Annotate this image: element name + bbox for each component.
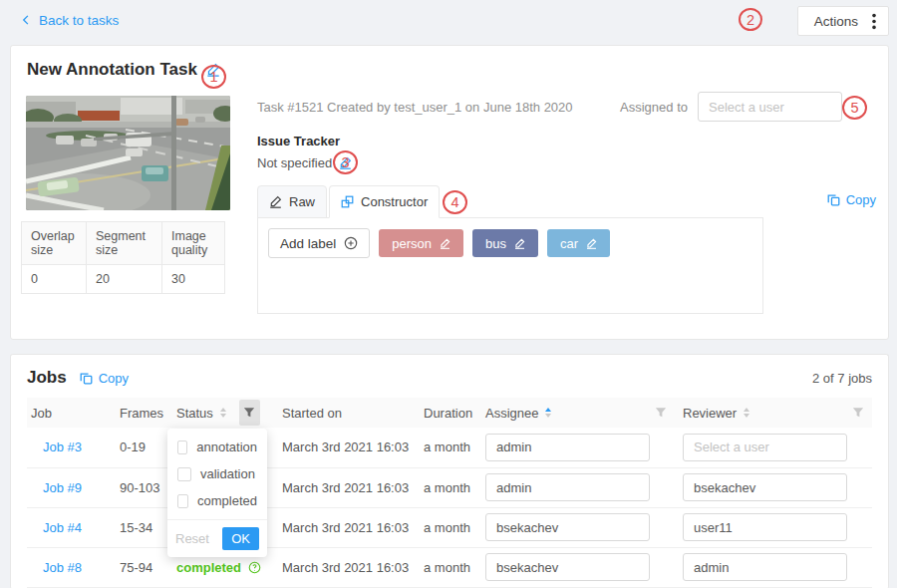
jobs-table: Job Frames Status Started on Duration	[27, 398, 872, 588]
assigned-to-label: Assigned to	[620, 100, 688, 115]
col-status[interactable]: Status	[176, 406, 213, 421]
job-row-3: Job #3 0-19 March 3rd 2021 16:03 a month	[27, 428, 872, 467]
back-to-tasks-label: Back to tasks	[39, 13, 119, 28]
label-car-name: car	[560, 236, 578, 251]
callout-5: 5	[842, 96, 867, 120]
job-row-8: Job #8 75-94 completed March 3rd 2021 16…	[27, 547, 872, 587]
tab-raw-label: Raw	[289, 194, 315, 209]
label-chip-car[interactable]: car	[547, 229, 610, 257]
tab-constructor[interactable]: Constructor	[329, 185, 440, 218]
reviewer-input[interactable]	[683, 473, 847, 501]
assignee-filter-button[interactable]	[655, 407, 667, 419]
reviewer-input[interactable]	[683, 434, 847, 461]
kebab-menu-icon	[872, 13, 876, 30]
add-label-text: Add label	[280, 236, 336, 251]
job-duration: a month	[424, 520, 470, 535]
status-filter-button[interactable]	[239, 400, 260, 426]
actions-button[interactable]: Actions	[797, 6, 889, 36]
checkbox-validation[interactable]	[177, 467, 191, 481]
label-constructor-area: Add label person bus	[257, 218, 763, 314]
task-title: New Annotation Task	[27, 60, 197, 80]
job-link[interactable]: Job #9	[43, 480, 82, 495]
edit-label-person-icon[interactable]	[440, 238, 450, 249]
jobs-card: Jobs Copy 2 of 7 jobs Job Frames Status	[10, 354, 889, 588]
copy-icon	[827, 193, 840, 206]
col-assignee[interactable]: Assignee	[485, 406, 538, 421]
label-bus-name: bus	[485, 236, 506, 251]
param-value-quality: 30	[162, 265, 225, 294]
assignee-input[interactable]	[485, 513, 650, 541]
job-frames: 15-34	[120, 520, 152, 535]
copy-labels-label: Copy	[846, 192, 876, 207]
blocks-icon	[341, 195, 354, 208]
job-duration: a month	[424, 440, 470, 454]
reviewer-sort-icon[interactable]	[744, 408, 749, 418]
job-duration: a month	[424, 560, 470, 575]
filter-option-validation-label: validation	[200, 466, 255, 481]
filter-option-validation[interactable]: validation	[167, 460, 267, 487]
reviewer-input[interactable]	[683, 553, 847, 581]
filter-ok-button[interactable]: OK	[222, 527, 259, 550]
job-started: March 3rd 2021 16:03	[282, 440, 409, 454]
jobs-title: Jobs	[27, 368, 67, 388]
edit-label-car-icon[interactable]	[586, 238, 597, 249]
labels-tab-strip: Raw Constructor	[257, 185, 763, 218]
copy-jobs-link[interactable]: Copy	[80, 371, 129, 386]
assignee-input[interactable]	[485, 553, 650, 581]
job-started: March 3rd 2021 16:03	[282, 520, 409, 535]
issue-tracker-label: Issue Tracker	[257, 134, 876, 148]
checkbox-annotation[interactable]	[177, 441, 187, 454]
col-frames: Frames	[120, 406, 163, 421]
label-person-name: person	[392, 236, 432, 251]
job-link[interactable]: Job #3	[43, 440, 82, 454]
status-filter-dropdown: annotation validation completed Reset OK	[167, 429, 267, 557]
reviewer-filter-button[interactable]	[852, 407, 864, 419]
filter-option-completed[interactable]: completed	[167, 487, 267, 514]
col-reviewer[interactable]: Reviewer	[683, 406, 737, 421]
issue-tracker-value: Not specified	[257, 155, 332, 170]
street-scene-thumbnail	[26, 96, 230, 210]
job-link[interactable]: Job #8	[43, 560, 82, 575]
checkbox-completed[interactable]	[177, 494, 188, 508]
filter-option-annotation-label: annotation	[196, 440, 257, 454]
assignee-input[interactable]	[485, 434, 650, 461]
filter-reset-button[interactable]: Reset	[175, 531, 209, 546]
assigned-to-input[interactable]	[698, 92, 842, 122]
filter-option-annotation[interactable]: annotation	[167, 434, 267, 460]
job-link[interactable]: Job #4	[43, 520, 82, 535]
label-chip-person[interactable]: person	[379, 229, 463, 257]
param-value-segment: 20	[87, 265, 162, 294]
label-chip-bus[interactable]: bus	[472, 229, 538, 257]
param-header-quality: Image quality	[162, 222, 225, 265]
col-duration: Duration	[424, 406, 472, 421]
actions-label: Actions	[814, 14, 858, 29]
assignee-sort-icon[interactable]	[545, 408, 551, 418]
reviewer-input[interactable]	[683, 513, 847, 541]
job-frames: 90-103	[120, 480, 159, 495]
task-preview-image	[26, 96, 230, 210]
question-circle-icon[interactable]	[248, 561, 261, 574]
job-frames: 0-19	[120, 440, 146, 454]
back-to-tasks-link[interactable]: Back to tasks	[20, 13, 119, 28]
tab-raw[interactable]: Raw	[257, 185, 327, 218]
callout-3: 3	[333, 150, 358, 174]
funnel-icon	[243, 407, 255, 419]
status-sort-icon[interactable]	[220, 408, 226, 418]
job-started: March 3rd 2021 16:03	[282, 480, 409, 495]
add-label-button[interactable]: Add label	[268, 228, 370, 258]
callout-4: 4	[443, 190, 467, 214]
edit-label-bus-icon[interactable]	[514, 238, 525, 249]
copy-labels-link[interactable]: Copy	[827, 192, 876, 207]
chevron-left-icon	[20, 14, 32, 26]
callout-1: 1	[201, 65, 226, 89]
job-status: completed	[176, 560, 241, 575]
copy-icon	[80, 372, 93, 385]
pencil-icon	[269, 195, 282, 208]
job-row-4: Job #4 15-34 March 3rd 2021 16:03 a mont…	[27, 507, 872, 547]
task-meta-text: Task #1521 Created by test_user_1 on Jun…	[257, 100, 573, 115]
tab-constructor-label: Constructor	[361, 194, 428, 209]
assignee-input[interactable]	[485, 473, 650, 501]
top-bar: Back to tasks Actions	[0, 0, 897, 40]
job-frames: 75-94	[120, 560, 152, 575]
job-row-9: Job #9 90-103 March 3rd 2021 16:03 a mon…	[27, 467, 872, 507]
